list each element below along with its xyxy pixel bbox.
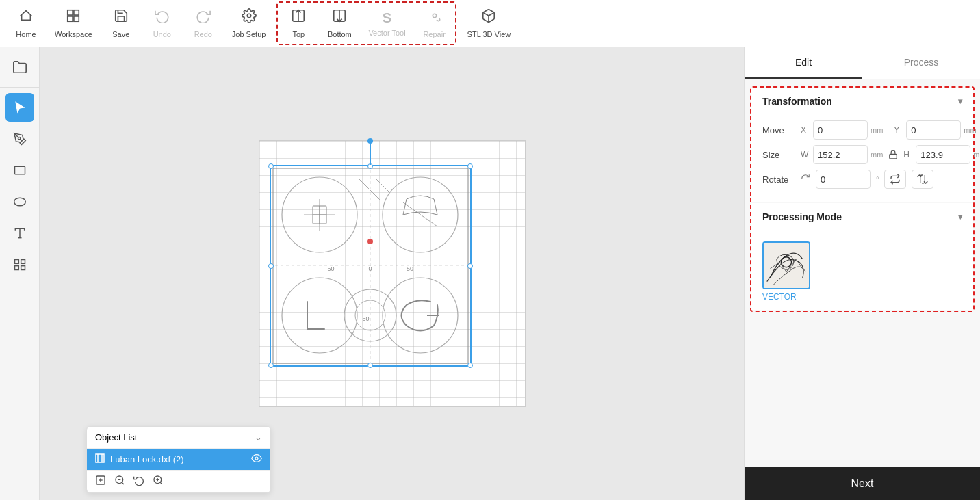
sidebar-rectangle-tool[interactable] <box>5 156 34 185</box>
move-x-field: X mm <box>801 120 883 140</box>
handle-middle-right[interactable] <box>467 263 473 269</box>
svg-rect-3 <box>74 16 79 21</box>
rotate-label: Rotate <box>762 174 795 185</box>
toolbar-redo-label: Redo <box>194 30 212 38</box>
handle-bottom-middle[interactable] <box>368 363 373 368</box>
toolbar-redo[interactable]: Redo <box>183 3 224 44</box>
svg-point-9 <box>433 14 437 18</box>
toolbar-undo[interactable]: Undo <box>142 3 183 44</box>
vector-tool-icon: S <box>383 10 391 26</box>
svg-point-4 <box>247 14 251 18</box>
sidebar-pen-tool[interactable] <box>5 124 34 153</box>
toolbar-job-setup-label: Job Setup <box>232 30 266 38</box>
toolbar-save[interactable]: Save <box>101 3 142 44</box>
panel-content: Transformation ▾ Move X mm <box>745 79 980 467</box>
mirror-vertical-button[interactable] <box>912 170 933 189</box>
transformation-chevron: ▾ <box>958 96 962 106</box>
size-h-input[interactable] <box>916 145 970 164</box>
svg-line-50 <box>122 482 124 484</box>
toolbar-top-label: Top <box>293 30 305 38</box>
sidebar-select-tool[interactable] <box>5 93 34 122</box>
transformation-section: Transformation ▾ Move X mm <box>751 88 973 202</box>
selection-box <box>270 165 472 367</box>
toolbar-bottom-label: Bottom <box>328 30 352 38</box>
toolbar-top[interactable]: Top <box>278 3 319 44</box>
toolbar-stl3d[interactable]: STL 3D View <box>459 3 519 44</box>
svg-rect-1 <box>74 10 79 15</box>
zoom-out-icon[interactable] <box>114 475 125 488</box>
processing-mode-body: VECTOR <box>751 231 973 310</box>
svg-rect-19 <box>21 266 25 270</box>
toolbar-job-setup[interactable]: Job Setup <box>224 3 274 44</box>
transformation-body: Move X mm Y mm <box>751 115 973 202</box>
handle-top-right[interactable] <box>467 163 473 169</box>
reset-icon[interactable] <box>133 475 144 488</box>
redo-icon <box>196 8 211 27</box>
tab-edit[interactable]: Edit <box>745 47 862 79</box>
handle-bottom-right[interactable] <box>467 363 473 368</box>
move-y-input[interactable] <box>906 120 961 140</box>
selection-top-line <box>370 141 371 165</box>
svg-rect-42 <box>96 454 104 462</box>
move-y-unit: mm <box>964 126 976 134</box>
svg-line-53 <box>160 482 162 484</box>
object-item-name: Luban Lock.dxf (2) <box>110 454 246 464</box>
toolbar-bottom[interactable]: Bottom <box>319 3 360 44</box>
move-x-unit: mm <box>871 126 883 134</box>
toolbar-home-label: Home <box>16 30 36 38</box>
rotate-input[interactable] <box>816 170 871 189</box>
aspect-lock-button[interactable] <box>888 147 898 162</box>
handle-bottom-left[interactable] <box>268 363 274 368</box>
transformation-title: Transformation <box>762 96 832 107</box>
rotate-icon <box>801 174 810 185</box>
move-y-field: Y mm <box>888 120 976 140</box>
move-x-input[interactable] <box>813 120 868 140</box>
rotate-row: Rotate ° <box>762 170 962 189</box>
toolbar-repair-label: Repair <box>423 30 445 38</box>
toolbar-save-label: Save <box>112 30 129 38</box>
size-h-field: H mm <box>903 145 980 164</box>
object-list-item[interactable]: Luban Lock.dxf (2) <box>87 449 270 470</box>
size-w-input[interactable] <box>813 145 868 164</box>
processing-mode-header[interactable]: Processing Mode ▾ <box>751 203 973 231</box>
selection-top-handle[interactable] <box>368 138 373 144</box>
svg-rect-56 <box>890 154 897 158</box>
size-label: Size <box>762 150 795 160</box>
transformation-header[interactable]: Transformation ▾ <box>751 88 973 115</box>
mode-option[interactable]: VECTOR <box>762 236 962 302</box>
size-w-unit: mm <box>871 150 883 159</box>
zoom-in-icon[interactable] <box>153 475 164 488</box>
sidebar-text-tool[interactable] <box>5 219 34 248</box>
sidebar-frame-tool[interactable] <box>5 250 34 279</box>
selection-center-dot <box>368 239 373 244</box>
toolbar-workspace[interactable]: Workspace <box>47 3 101 44</box>
bottom-icon <box>332 8 347 27</box>
rotate-unit: ° <box>876 175 879 183</box>
tab-process[interactable]: Process <box>862 47 980 79</box>
add-icon[interactable] <box>95 475 106 488</box>
toolbar-home[interactable]: Home <box>5 3 47 44</box>
home-icon <box>18 8 34 27</box>
processing-mode-section: Processing Mode ▾ <box>751 203 973 310</box>
toolbar: Home Workspace Save Undo <box>0 0 980 47</box>
right-panel: Edit Process Transformation ▾ Mo <box>744 47 980 500</box>
next-button[interactable]: Next <box>745 467 980 500</box>
svg-point-45 <box>255 457 258 460</box>
object-list-collapse-icon[interactable]: ⌄ <box>255 432 262 443</box>
svg-rect-16 <box>14 260 18 264</box>
mirror-horizontal-button[interactable] <box>884 170 906 189</box>
handle-middle-left[interactable] <box>268 263 274 269</box>
handle-top-left[interactable] <box>268 163 274 169</box>
toolbar-vector-tool[interactable]: S Vector Tool <box>360 3 413 44</box>
object-list-header: Object List ⌄ <box>87 427 270 449</box>
folder-button[interactable] <box>5 53 34 81</box>
grid-canvas: -50 0 50 -50 <box>259 140 526 407</box>
mode-thumbnail[interactable] <box>762 241 810 289</box>
stl3d-icon <box>481 8 496 27</box>
toolbar-repair[interactable]: Repair <box>414 3 455 44</box>
visibility-toggle[interactable] <box>251 453 262 466</box>
sidebar-ellipse-tool[interactable] <box>5 187 34 216</box>
svg-point-13 <box>14 198 25 206</box>
toolbar-undo-label: Undo <box>153 30 171 38</box>
size-h-unit: mm <box>973 150 980 159</box>
